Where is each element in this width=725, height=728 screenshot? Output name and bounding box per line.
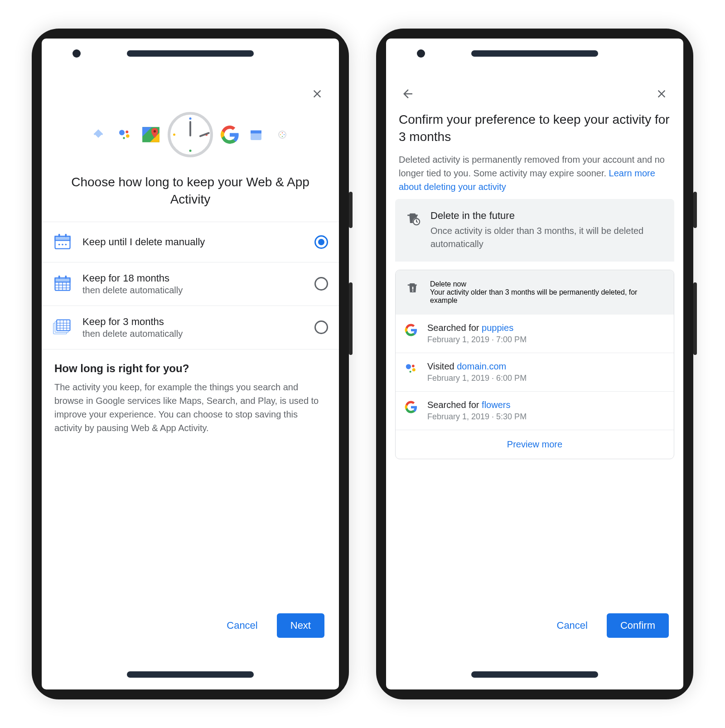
block-desc: Once activity is older than 3 months, it… <box>430 224 664 251</box>
activity-title: Searched for puppies <box>427 323 527 333</box>
clock-icon <box>168 112 213 157</box>
phone-mockup-right: Confirm your preference to keep your act… <box>376 29 693 699</box>
calendar-grid-icon <box>53 274 72 294</box>
side-button <box>693 192 697 228</box>
svg-point-18 <box>62 243 63 245</box>
block-title: Delete now <box>430 280 665 288</box>
option-sublabel: then delete automatically <box>82 329 304 339</box>
preview-more-link[interactable]: Preview more <box>396 430 674 459</box>
activity-keyword: puppies <box>482 323 513 333</box>
help-body: The activity you keep, for example the t… <box>54 380 326 435</box>
trash-alert-icon <box>405 280 421 305</box>
svg-point-0 <box>119 130 125 136</box>
block-title: Delete in the future <box>430 210 664 222</box>
side-button <box>349 282 353 355</box>
option-sublabel: then delete automatically <box>82 285 304 296</box>
page-title: Confirm your preference to keep your act… <box>399 111 671 146</box>
delete-future-block: Delete in the future Once activity is ol… <box>395 199 674 262</box>
activity-keyword: flowers <box>482 400 510 410</box>
svg-point-47 <box>410 370 411 372</box>
svg-point-3 <box>123 137 125 139</box>
camera-dot <box>417 49 425 58</box>
google-g-icon <box>405 400 419 413</box>
activity-title: Visited domain.com <box>427 361 527 372</box>
phone-mockup-left: Choose how long to keep your Web & App A… <box>32 29 349 699</box>
auto-delete-icon <box>405 210 421 251</box>
close-icon[interactable] <box>309 86 325 102</box>
option-label: Keep until I delete manually <box>82 236 304 248</box>
confirm-button[interactable]: Confirm <box>607 613 669 638</box>
close-icon[interactable] <box>653 86 670 102</box>
svg-point-11 <box>282 132 283 133</box>
svg-point-45 <box>412 364 415 367</box>
calendar-icon <box>246 125 266 144</box>
delete-now-card: Delete now Your activity older than 3 mo… <box>395 270 674 459</box>
camera-dot <box>72 49 81 58</box>
svg-rect-42 <box>412 286 414 289</box>
svg-point-46 <box>412 368 416 371</box>
activity-meta: February 1, 2019 · 7:00 PM <box>427 335 527 345</box>
hero-icons <box>53 112 328 157</box>
svg-rect-30 <box>65 276 67 279</box>
page-title: Choose how long to keep your Web & App A… <box>62 174 319 208</box>
radio-unselected[interactable] <box>314 277 328 291</box>
svg-point-19 <box>65 243 67 245</box>
svg-rect-16 <box>55 236 70 240</box>
activity-row: Searched for flowers February 1, 2019 · … <box>396 392 674 430</box>
cancel-button[interactable]: Cancel <box>218 614 266 637</box>
cancel-button[interactable]: Cancel <box>549 614 596 637</box>
retention-options: Keep until I delete manually Keep for 18… <box>42 222 339 349</box>
tag-icon <box>89 125 108 144</box>
option-18-months[interactable]: Keep for 18 months then delete automatic… <box>42 262 339 306</box>
screen-right: Confirm your preference to keep your act… <box>386 39 683 689</box>
svg-point-12 <box>284 134 285 135</box>
svg-rect-23 <box>55 278 70 282</box>
google-g-icon <box>220 125 239 144</box>
dialog-footer: Cancel Confirm <box>397 602 672 649</box>
subtitle: Deleted activity is permanently removed … <box>399 153 671 194</box>
block-desc: Your activity older than 3 months will b… <box>430 288 665 305</box>
top-bar <box>53 79 328 107</box>
svg-rect-21 <box>65 233 67 237</box>
calendar-stack-icon <box>53 317 72 337</box>
svg-point-10 <box>279 131 286 138</box>
radio-unselected[interactable] <box>314 320 328 334</box>
option-manual[interactable]: Keep until I delete manually <box>42 222 339 262</box>
screen-left: Choose how long to keep your Web & App A… <box>42 39 339 689</box>
help-heading: How long is right for you? <box>54 362 326 375</box>
svg-point-14 <box>280 134 281 135</box>
activity-row: Searched for puppies February 1, 2019 · … <box>396 315 674 353</box>
activity-title: Searched for flowers <box>427 400 527 410</box>
dialog-footer: Cancel Next <box>53 602 328 649</box>
activity-meta: February 1, 2019 · 6:00 PM <box>427 374 527 383</box>
svg-point-7 <box>154 130 156 132</box>
option-3-months[interactable]: Keep for 3 months then delete automatica… <box>42 306 339 349</box>
svg-point-17 <box>58 243 60 245</box>
svg-point-44 <box>406 364 411 369</box>
svg-rect-20 <box>58 233 60 237</box>
svg-rect-9 <box>251 131 261 134</box>
svg-point-1 <box>126 131 128 133</box>
side-button <box>693 282 697 355</box>
option-label: Keep for 3 months <box>82 316 304 328</box>
svg-point-13 <box>282 136 283 137</box>
maps-icon <box>141 125 160 144</box>
calendar-dots-icon <box>53 232 72 252</box>
activity-row: Visited domain.com February 1, 2019 · 6:… <box>396 353 674 392</box>
svg-point-2 <box>126 134 130 138</box>
card-header: Delete now Your activity older than 3 mo… <box>396 270 674 315</box>
svg-rect-43 <box>412 290 414 291</box>
assistant-icon <box>405 361 419 375</box>
back-arrow-icon[interactable] <box>400 86 416 102</box>
side-button <box>349 192 353 228</box>
option-label: Keep for 18 months <box>82 272 304 284</box>
activity-meta: February 1, 2019 · 5:30 PM <box>427 412 527 422</box>
svg-rect-29 <box>58 276 60 279</box>
radio-selected[interactable] <box>314 235 328 249</box>
activity-keyword: domain.com <box>457 361 506 371</box>
google-g-icon <box>405 323 419 336</box>
misc-icon <box>273 125 292 144</box>
next-button[interactable]: Next <box>277 613 324 638</box>
top-bar <box>397 79 672 107</box>
assistant-icon <box>115 125 134 144</box>
